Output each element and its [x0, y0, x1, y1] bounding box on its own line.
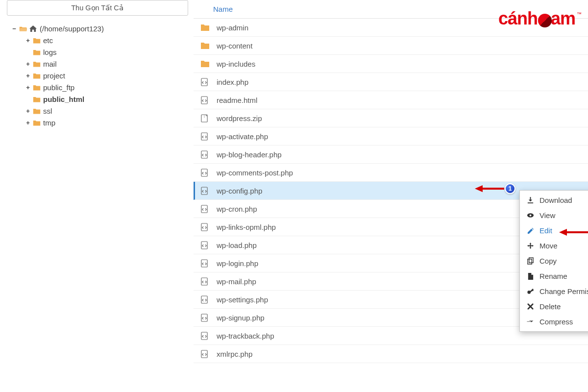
file-name-label: index.php [217, 78, 248, 86]
expand-toggle-icon[interactable]: + [25, 119, 31, 126]
file-row[interactable]: wp-comments-post.php [194, 164, 588, 182]
context-menu-label: View [539, 211, 555, 220]
folder-icon [200, 41, 209, 50]
context-menu-item[interactable]: Move [520, 238, 588, 253]
code-file-icon [200, 295, 209, 304]
compress-icon [527, 318, 535, 325]
context-menu-label: Rename [539, 272, 567, 280]
file-name-label: wp-mail.php [217, 277, 256, 286]
brand-logo: cánh am ™ [498, 8, 581, 29]
logo-leaf-icon [538, 14, 552, 27]
home-icon [29, 25, 37, 32]
move-icon [527, 242, 535, 249]
folder-icon [33, 60, 41, 67]
context-menu-item[interactable]: Copy [520, 253, 588, 269]
collapse-all-button[interactable]: Thu Gọn Tất Cả [7, 0, 188, 16]
file-name-label: wp-blog-header.php [217, 150, 282, 159]
tree-item[interactable]: +ssl [11, 105, 189, 117]
tree-root-label: (/home/support123) [39, 24, 104, 33]
code-file-icon [200, 150, 209, 159]
file-row[interactable]: wp-includes [194, 55, 588, 73]
expand-toggle-icon[interactable]: + [25, 84, 31, 91]
folder-icon [33, 119, 41, 126]
tree-item[interactable]: +etc [11, 34, 189, 46]
folder-icon [200, 59, 209, 68]
context-menu-label: Compress [539, 318, 573, 326]
tree-item[interactable]: +tmp [11, 117, 189, 128]
tree-item[interactable]: +project [11, 70, 189, 81]
context-menu-item[interactable]: Download [520, 193, 588, 208]
context-menu-label: Delete [539, 302, 561, 311]
context-menu-item[interactable]: Compress [520, 314, 588, 329]
context-menu-label: Move [539, 242, 558, 250]
tree-item-label: tmp [43, 119, 55, 127]
code-file-icon [200, 277, 209, 286]
expand-toggle-icon[interactable]: + [25, 72, 31, 79]
file-name-label: wp-settings.php [217, 295, 268, 304]
tree-root[interactable]: − (/home/support123) [11, 23, 189, 34]
file-icon [527, 272, 535, 280]
expand-toggle-icon[interactable]: + [25, 37, 31, 44]
logo-trademark: ™ [577, 11, 581, 17]
tree-item-label: public_html [43, 95, 84, 103]
folder-tree-sidebar: Thu Gọn Tất Cả − (/home/support123) +etc… [0, 0, 194, 392]
annotation-badge-1: 1 [505, 183, 515, 194]
code-file-icon [200, 187, 209, 195]
file-row[interactable]: wp-content [194, 37, 588, 55]
tree-item-label: logs [43, 48, 57, 56]
file-name-label: wp-admin [217, 24, 248, 32]
file-name-label: wp-config.php [217, 187, 262, 195]
pencil-icon [527, 227, 535, 234]
file-name-label: wp-includes [217, 60, 255, 68]
code-file-icon [200, 169, 209, 177]
tree-item[interactable]: +logs [11, 46, 189, 58]
tree-item-label: ssl [43, 107, 52, 115]
context-menu-label: Download [539, 196, 572, 204]
expand-toggle-icon[interactable]: + [25, 60, 31, 68]
tree-item-label: etc [43, 36, 53, 45]
expand-toggle-icon[interactable]: + [25, 107, 31, 115]
file-row[interactable]: wp-blog-header.php [194, 146, 588, 164]
tree-item[interactable]: +public_ftp [11, 81, 189, 93]
file-row[interactable]: wp-activate.php [194, 127, 588, 146]
folder-open-icon [19, 25, 27, 32]
tree-item-label: mail [43, 60, 57, 68]
file-name-label: readme.html [217, 96, 257, 104]
code-file-icon [200, 96, 209, 104]
collapse-toggle-icon[interactable]: − [11, 25, 17, 32]
code-file-icon [200, 78, 209, 86]
code-file-icon [200, 314, 209, 322]
folder-icon [33, 37, 41, 44]
context-menu-item[interactable]: View [520, 208, 588, 223]
file-name-label: wp-comments-post.php [217, 169, 293, 177]
context-menu-label: Copy [539, 257, 557, 265]
folder-icon [33, 96, 41, 102]
folder-icon [33, 72, 41, 79]
context-menu: DownloadViewEditMoveCopyRenameChange Per… [519, 190, 588, 332]
code-file-icon [200, 132, 209, 141]
file-name-label: wp-signup.php [217, 314, 265, 322]
file-row[interactable]: readme.html [194, 91, 588, 109]
context-menu-item[interactable]: Change Permissions [520, 284, 588, 299]
logo-text-part2: am [551, 8, 575, 29]
file-row[interactable]: index.php [194, 73, 588, 91]
file-list-panel: Name wp-adminwp-contentwp-includesindex.… [194, 0, 588, 392]
context-menu-item[interactable]: Edit [520, 223, 588, 238]
tree-item[interactable]: +public_html [11, 93, 189, 105]
file-name-label: wp-login.php [217, 259, 258, 268]
file-row[interactable]: wordpress.zip [194, 109, 588, 127]
file-name-label: wordpress.zip [217, 114, 262, 122]
tree-item[interactable]: +mail [11, 58, 189, 70]
tree-item-label: public_ftp [43, 83, 74, 92]
file-name-label: wp-activate.php [217, 132, 268, 141]
file-name-label: xmlrpc.php [217, 350, 252, 358]
file-name-label: wp-trackback.php [217, 332, 274, 340]
folder-icon [33, 49, 41, 55]
file-name-label: wp-content [217, 42, 252, 50]
context-menu-item[interactable]: Delete [520, 299, 588, 314]
context-menu-item[interactable]: Rename [520, 269, 588, 284]
key-icon [527, 288, 535, 295]
code-file-icon [200, 350, 209, 358]
download-icon [527, 196, 535, 204]
file-row[interactable]: xmlrpc.php [194, 345, 588, 363]
